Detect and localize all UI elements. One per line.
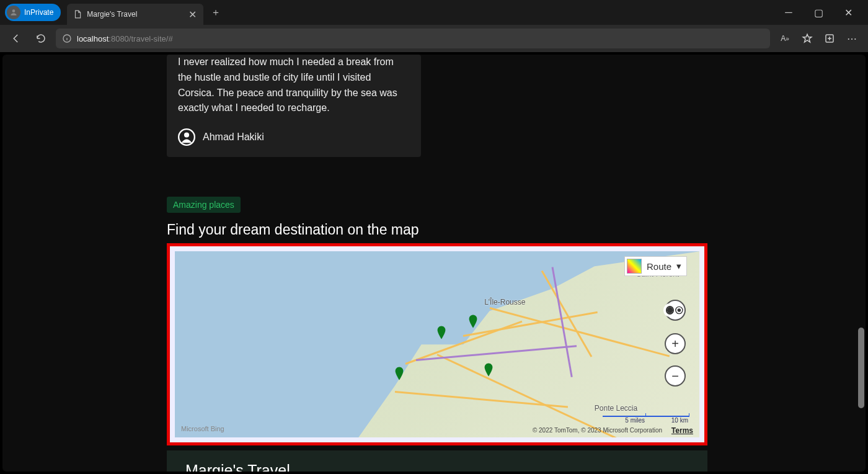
testimonial-author: Ahmad Hakiki: [178, 128, 410, 146]
bing-logo: Microsoft Bing: [181, 425, 224, 432]
section-title: Find your dream destination on the map: [167, 221, 853, 238]
map-label-ile-rousse: L'Île-Rousse: [484, 298, 525, 306]
profile-icon: [7, 6, 20, 19]
back-button[interactable]: [6, 29, 26, 48]
minimize-button[interactable]: ─: [781, 7, 796, 19]
route-label: Route: [647, 261, 671, 272]
close-tab-button[interactable]: ✕: [187, 9, 197, 19]
menu-button[interactable]: ⋯: [842, 29, 862, 48]
browser-toolbar: localhost:8080/travel-site/# A» ⋯: [0, 25, 868, 52]
window-controls: ─ ▢ ✕: [781, 7, 863, 19]
close-window-button[interactable]: ✕: [841, 7, 856, 19]
scrollbar-thumb[interactable]: [858, 328, 864, 408]
map-canvas[interactable]: L'Île-Rousse Saint-Florent Ponte Leccia …: [175, 251, 699, 437]
tab-title: Margie's Travel: [87, 10, 182, 19]
map-pin[interactable]: [437, 326, 446, 339]
map-scale: 5 miles 10 km: [603, 416, 689, 424]
maximize-button[interactable]: ▢: [811, 7, 826, 19]
url-text: localhost:8080/travel-site/#: [77, 34, 173, 43]
browser-viewport: I never realized how much I needed a bre…: [0, 52, 868, 474]
read-aloud-button[interactable]: A»: [775, 29, 795, 48]
svg-point-4: [184, 133, 189, 138]
map-copyright: © 2022 TomTom, © 2023 Microsoft Corporat…: [533, 427, 662, 434]
site-footer: Margie's Travel: [167, 450, 707, 472]
zoom-out-button[interactable]: −: [665, 365, 686, 387]
collections-button[interactable]: [820, 29, 839, 48]
map-label-ponte-leccia: Ponte Leccia: [595, 404, 637, 413]
map-route-dropdown[interactable]: Route ▾: [624, 256, 687, 276]
zoom-in-button[interactable]: +: [665, 333, 686, 354]
locate-me-button[interactable]: [665, 300, 686, 321]
refresh-button[interactable]: [31, 29, 51, 48]
browser-titlebar: InPrivate Margie's Travel ✕ ＋ ─ ▢ ✕: [0, 0, 868, 25]
favorites-button[interactable]: [797, 29, 817, 48]
map-pin[interactable]: [395, 367, 404, 380]
author-name: Ahmad Hakiki: [203, 132, 264, 143]
testimonial-quote: I never realized how much I needed a bre…: [178, 55, 410, 116]
inprivate-label: InPrivate: [24, 8, 53, 17]
map-terms-link[interactable]: Terms: [671, 426, 693, 435]
browser-tab[interactable]: Margie's Travel ✕: [67, 4, 203, 25]
new-tab-button[interactable]: ＋: [206, 2, 226, 22]
svg-point-0: [12, 9, 16, 12]
chevron-down-icon: ▾: [676, 261, 681, 272]
address-bar[interactable]: localhost:8080/travel-site/#: [56, 29, 770, 48]
svg-point-6: [678, 309, 681, 311]
map-pin[interactable]: [469, 315, 477, 328]
map-highlight-frame: L'Île-Rousse Saint-Florent Ponte Leccia …: [167, 243, 707, 445]
page-content: I never realized how much I needed a bre…: [2, 55, 866, 472]
inprivate-badge[interactable]: InPrivate: [5, 4, 61, 21]
testimonial-card: I never realized how much I needed a bre…: [167, 55, 421, 157]
document-icon: [73, 10, 82, 19]
site-info-icon[interactable]: [62, 34, 72, 43]
user-circle-icon: [178, 128, 195, 146]
footer-brand: Margie's Travel: [185, 462, 689, 472]
section-tag: Amazing places: [167, 197, 241, 213]
map-style-thumb-icon: [627, 259, 642, 274]
map-pin[interactable]: [484, 363, 493, 377]
